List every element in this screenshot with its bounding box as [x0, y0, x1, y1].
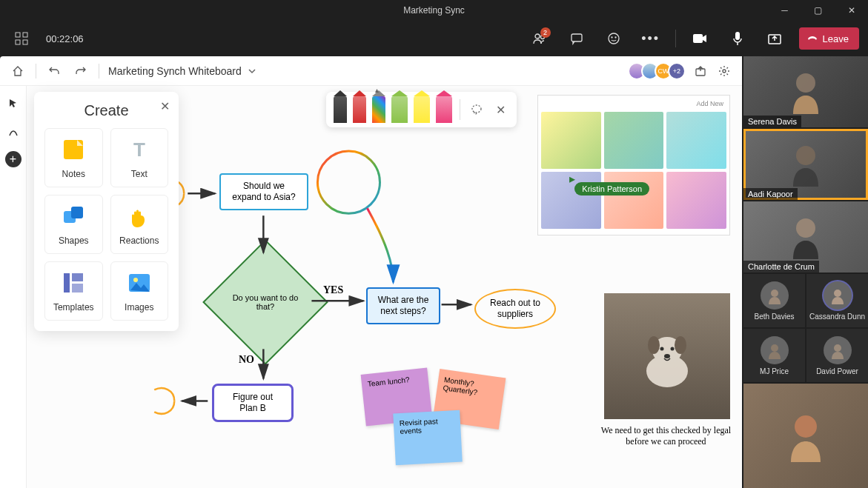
svg-point-34	[796, 146, 815, 165]
pen-red[interactable]	[353, 96, 366, 123]
create-shapes[interactable]: Shapes	[44, 195, 103, 254]
svg-point-38	[771, 344, 778, 352]
svg-point-23	[133, 278, 138, 282]
swatch-3[interactable]	[666, 112, 726, 169]
highlighter-yellow[interactable]	[414, 96, 430, 123]
create-templates[interactable]: Templates	[44, 261, 103, 321]
meeting-timer: 00:22:06	[46, 33, 84, 44]
whiteboard-title-dropdown[interactable]: Marketing Synch Whiteboard	[108, 65, 256, 77]
svg-point-35	[796, 218, 815, 238]
remote-cursor-icon: ▸	[569, 172, 575, 186]
svg-point-14	[723, 70, 726, 73]
svg-point-8	[612, 37, 612, 38]
svg-point-37	[834, 290, 841, 297]
no-label: NO	[239, 354, 254, 366]
home-icon[interactable]	[9, 62, 27, 80]
svg-rect-20	[72, 273, 83, 281]
share-button[interactable]	[762, 26, 787, 51]
highlighter-pink[interactable]	[436, 96, 452, 123]
templates-icon	[60, 270, 87, 296]
svg-rect-3	[23, 40, 27, 44]
image-caption: We need to get this checked by legal bef…	[597, 425, 735, 447]
swatch-6[interactable]	[666, 172, 726, 229]
settings-button[interactable]	[715, 62, 733, 80]
whiteboard-title: Marketing Synch Whiteboard	[108, 65, 242, 77]
more-actions-button[interactable]: •••	[638, 26, 663, 51]
flow-box-next-steps[interactable]: What are the next steps?	[366, 287, 440, 324]
svg-rect-11	[735, 32, 740, 40]
svg-text:T: T	[133, 138, 145, 161]
video-tile-aadi[interactable]: Aadi Kapoor	[743, 129, 868, 200]
close-panel-button[interactable]: ✕	[160, 99, 170, 113]
highlighter-green[interactable]	[391, 96, 408, 123]
create-notes[interactable]: Notes	[44, 128, 103, 187]
svg-point-9	[615, 37, 616, 38]
video-tile-serena[interactable]: Serena Davis	[743, 56, 868, 127]
svg-point-39	[834, 344, 841, 352]
create-reactions[interactable]: Reactions	[110, 195, 169, 254]
swatch-5[interactable]	[604, 172, 664, 229]
yes-label: YES	[323, 284, 343, 296]
whiteboard-app: Marketing Synch Whiteboard CW +2	[0, 56, 742, 488]
audio-tile-mj[interactable]: MJ Price	[743, 329, 805, 382]
svg-rect-15	[64, 140, 83, 159]
create-images[interactable]: Images	[110, 261, 169, 321]
flow-oval-suppliers[interactable]: Reach out to suppliers	[474, 289, 556, 329]
remote-cursor-label: Kristin Patterson	[574, 182, 649, 195]
svg-point-24	[472, 105, 481, 113]
reactions-icon	[126, 203, 153, 230]
create-heading: Create	[44, 102, 168, 119]
color-grid-component[interactable]: Add New	[537, 95, 730, 235]
svg-rect-18	[71, 207, 83, 218]
chat-button[interactable]	[564, 26, 589, 51]
audio-tile-beth[interactable]: Beth Davies	[743, 274, 805, 327]
window-maximize[interactable]: ▢	[801, 0, 835, 21]
participants-panel: Serena Davis Aadi Kapoor Charlotte de Cr…	[742, 56, 868, 488]
add-tool[interactable]: +	[5, 151, 21, 167]
hangup-icon	[806, 33, 818, 44]
swatch-1[interactable]	[541, 112, 601, 169]
people-button[interactable]: 2	[527, 26, 552, 51]
audio-tile-cassandra[interactable]: Cassandra Dunn	[806, 274, 868, 327]
create-panel: ✕ Create Notes T Text Shapes	[34, 92, 179, 331]
swatch-2[interactable]	[604, 112, 664, 169]
camera-button[interactable]	[688, 26, 713, 51]
flow-box-question[interactable]: Should we expand to Asia?	[219, 173, 308, 210]
share-whiteboard-button[interactable]	[692, 62, 709, 80]
flow-box-plan-b[interactable]: Figure out Plan B	[212, 384, 294, 422]
window-close[interactable]: ✕	[835, 0, 868, 21]
flow-diamond-decision[interactable]: Do you want to do that?	[221, 258, 310, 347]
window-title: Marketing Sync	[403, 5, 465, 16]
svg-point-31	[671, 347, 675, 351]
pen-toolbar[interactable]: ▴ ✕	[326, 92, 517, 127]
grid-add-new[interactable]: Add New	[541, 98, 726, 112]
presence-avatars[interactable]: CW +2	[632, 62, 686, 80]
mic-button[interactable]	[725, 26, 750, 51]
apps-grid-icon[interactable]	[9, 26, 34, 51]
inserted-image[interactable]	[604, 293, 730, 419]
audio-tile-david[interactable]: David Power	[806, 329, 868, 382]
pen-rainbow[interactable]: ▴	[372, 96, 385, 123]
sticky-revisit[interactable]: Revisit past events	[393, 410, 463, 466]
svg-point-28	[648, 336, 660, 354]
pen-black[interactable]	[334, 96, 347, 123]
undo-button[interactable]	[45, 62, 63, 80]
svg-point-30	[660, 347, 664, 351]
video-tile-charlotte[interactable]: Charlotte de Crum	[743, 201, 868, 273]
lasso-tool[interactable]	[468, 101, 486, 118]
leave-label: Leave	[823, 33, 849, 44]
reactions-button[interactable]	[601, 26, 626, 51]
pen-close[interactable]: ✕	[491, 101, 509, 118]
whiteboard-canvas[interactable]: + ✕ Create Notes T Text	[0, 86, 742, 488]
whiteboard-header: Marketing Synch Whiteboard CW +2	[0, 56, 742, 86]
create-text[interactable]: T Text	[110, 128, 169, 187]
ink-tool[interactable]	[4, 123, 22, 141]
window-minimize[interactable]: ─	[768, 0, 801, 21]
leave-button[interactable]: Leave	[799, 27, 859, 50]
video-tile-last[interactable]	[743, 384, 868, 488]
svg-rect-0	[16, 33, 20, 37]
svg-point-32	[664, 354, 670, 358]
pointer-tool[interactable]	[4, 95, 22, 113]
redo-button[interactable]	[72, 62, 90, 80]
avatar-overflow[interactable]: +2	[668, 62, 686, 80]
